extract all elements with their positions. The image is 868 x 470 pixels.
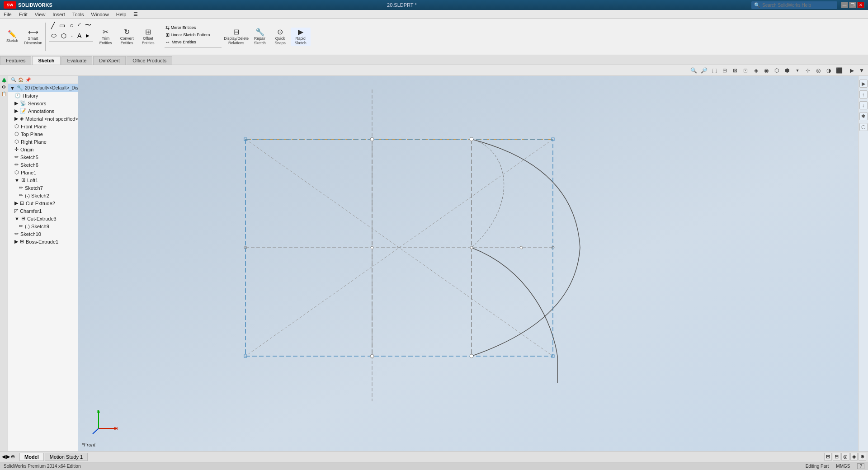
menu-tools[interactable]: Tools: [69, 11, 88, 18]
bottom-tool-1[interactable]: ⊞: [824, 453, 832, 461]
bottom-extra-button[interactable]: ⊕: [11, 454, 15, 460]
section-view-button[interactable]: ⬛: [835, 66, 844, 75]
tree-icon-home[interactable]: 🏠: [18, 77, 24, 82]
bottom-tool-3[interactable]: ◎: [841, 453, 849, 461]
tab-sketch[interactable]: Sketch: [32, 56, 60, 65]
tab-features[interactable]: Features: [0, 56, 31, 65]
bottom-tool-5[interactable]: ⊕: [859, 453, 866, 461]
ellipse-tool-button[interactable]: ⬭: [49, 31, 58, 40]
view-3d-button[interactable]: ⬚: [710, 66, 719, 75]
right-panel-view-btn1[interactable]: ▶: [859, 80, 868, 88]
tree-item-chamfer1[interactable]: ◸ Chamfer1: [8, 207, 78, 215]
menu-insert[interactable]: Insert: [49, 11, 69, 18]
tree-item-annotations[interactable]: ▶ 📝 Annotations: [8, 107, 78, 115]
menu-edit[interactable]: Edit: [15, 11, 31, 18]
tree-item-sketch7[interactable]: ✏ Sketch7: [8, 184, 78, 192]
tree-item-right-plane[interactable]: ⬡ Right Plane: [8, 138, 78, 146]
tree-root[interactable]: ▼ 🔧 20 (Default<<Default>_Display: [8, 84, 78, 92]
bottom-next-button[interactable]: ▶: [6, 454, 10, 460]
bottom-tab-model[interactable]: Model: [19, 453, 44, 461]
feature-tree-tab-icon[interactable]: 🌲: [1, 78, 7, 83]
hidden-lines-button[interactable]: ⊠: [731, 66, 740, 75]
tree-item-plane1[interactable]: ⬡ Plane1: [8, 169, 78, 176]
scene-button[interactable]: ⬢: [783, 66, 792, 75]
tree-item-material[interactable]: ▶ ◈ Material <not specified>: [8, 115, 78, 122]
tree-item-history[interactable]: 🕐 History: [8, 92, 78, 99]
wireframe-button[interactable]: ⊟: [720, 66, 729, 75]
tree-item-sketch6[interactable]: ✏ Sketch6: [8, 161, 78, 169]
tree-icon-search[interactable]: 🔍: [11, 77, 16, 82]
right-panel-view-btn3[interactable]: ↓: [859, 101, 868, 109]
line-tool-button[interactable]: ╱: [49, 21, 57, 30]
materials-button[interactable]: ⬡: [772, 66, 781, 75]
bottom-tab-motion-study[interactable]: Motion Study 1: [45, 453, 88, 461]
polygon-tool-button[interactable]: ⬡: [59, 31, 68, 40]
shaded-button[interactable]: ⊡: [741, 66, 750, 75]
sidebar-resize-handle[interactable]: [76, 76, 78, 451]
ambient-occlusion-button[interactable]: ◑: [824, 66, 833, 75]
menu-view[interactable]: View: [31, 11, 49, 18]
convert-entities-button[interactable]: ↻ ConvertEntities: [116, 28, 138, 46]
tree-icon-pin[interactable]: 📌: [25, 77, 31, 82]
rapid-sketch-button[interactable]: ▶ RapidSketch: [291, 28, 311, 46]
restore-button[interactable]: ❐: [849, 2, 856, 8]
perspective-button[interactable]: ◈: [751, 66, 760, 75]
tree-item-sensors[interactable]: ▶ 📡 Sensors: [8, 99, 78, 107]
rect-tool-button[interactable]: ▭: [57, 21, 67, 30]
tree-item-top-plane[interactable]: ⬡ Top Plane: [8, 130, 78, 138]
view-settings-button[interactable]: ▼: [793, 66, 802, 75]
tree-item-sketch2[interactable]: ✏ (-) Sketch2: [8, 192, 78, 199]
tree-item-sketch5[interactable]: ✏ Sketch5: [8, 153, 78, 161]
trim-entities-button[interactable]: ✂ TrimEntities: [96, 28, 116, 46]
spline-tool-button[interactable]: 〜: [83, 21, 93, 30]
circle-tool-button[interactable]: ○: [68, 21, 75, 30]
config-tab-icon[interactable]: 📋: [1, 91, 7, 96]
display-delete-relations-button[interactable]: ⊟ Display/DeleteRelations: [223, 28, 250, 46]
point-tool-button[interactable]: ·: [69, 31, 75, 40]
menu-file[interactable]: File: [0, 11, 15, 18]
linear-sketch-pattern-button[interactable]: ⊞ Linear Sketch Pattern: [164, 32, 221, 38]
tree-item-boss-extrude1[interactable]: ▶ ⊞ Boss-Extrude1: [8, 238, 78, 245]
tab-dimxpert[interactable]: DimXpert: [93, 56, 126, 65]
mirror-entities-button[interactable]: ⇆ Mirror Entities: [164, 24, 221, 31]
zoom-in-button[interactable]: 🔎: [699, 66, 708, 75]
right-panel-view-btn2[interactable]: ↑: [859, 90, 868, 99]
close-button[interactable]: ✕: [857, 2, 864, 8]
tree-item-sketch9[interactable]: ✏ (-) Sketch9: [8, 222, 78, 230]
help-button[interactable]: ?: [857, 463, 864, 469]
flyout-button[interactable]: ▼: [857, 66, 866, 75]
tab-office-products[interactable]: Office Products: [127, 56, 172, 65]
move-entities-button[interactable]: ↔ Move Entities: [164, 39, 221, 45]
shadows-button[interactable]: ⊹: [803, 66, 812, 75]
canvas[interactable]: *Front X Y: [78, 76, 858, 451]
right-panel-view-btn4[interactable]: ✱: [859, 112, 868, 120]
right-panel-view-btn5[interactable]: ⬡: [859, 123, 868, 131]
quick-snaps-button[interactable]: ⊙ QuickSnaps: [270, 28, 290, 46]
tree-item-loft1[interactable]: ▼ ⊞ Loft1: [8, 176, 78, 184]
bottom-tool-2[interactable]: ⊟: [833, 453, 840, 461]
repair-sketch-button[interactable]: 🔧 RepairSketch: [250, 28, 270, 46]
menu-window[interactable]: Window: [88, 11, 113, 18]
smart-dimension-button[interactable]: ⟷ SmartDimension: [22, 21, 44, 53]
realview-button[interactable]: ◎: [814, 66, 823, 75]
bottom-tool-4[interactable]: ◈: [850, 453, 858, 461]
tab-evaluate[interactable]: Evaluate: [61, 56, 93, 65]
bottom-prev-button[interactable]: ◀: [2, 454, 5, 460]
tree-item-cut-extrude3[interactable]: ▼ ⊟ Cut-Extrude3: [8, 215, 78, 222]
right-panel-toggle[interactable]: ▶: [847, 66, 856, 75]
arc-tool-button[interactable]: ◜: [76, 21, 82, 30]
more-tools-button[interactable]: ▶: [84, 31, 91, 40]
menu-extra[interactable]: ☰: [130, 10, 142, 18]
tree-item-origin[interactable]: ✛ Origin: [8, 146, 78, 153]
offset-entities-button[interactable]: ⊞ OffsetEntities: [138, 28, 158, 46]
help-search-input[interactable]: [762, 3, 835, 8]
tree-item-cut-extrude2[interactable]: ▶ ⊟ Cut-Extrude2: [8, 199, 78, 207]
sketch-button[interactable]: ✏️ Sketch: [3, 21, 22, 53]
text-tool-button[interactable]: A: [75, 31, 83, 40]
property-tab-icon[interactable]: ⚙: [2, 85, 6, 89]
zoom-to-fit-button[interactable]: 🔍: [689, 66, 698, 75]
menu-help[interactable]: Help: [113, 11, 130, 18]
tree-item-front-plane[interactable]: ⬡ Front Plane: [8, 122, 78, 130]
minimize-button[interactable]: —: [841, 2, 848, 8]
lighting-button[interactable]: ◉: [762, 66, 771, 75]
